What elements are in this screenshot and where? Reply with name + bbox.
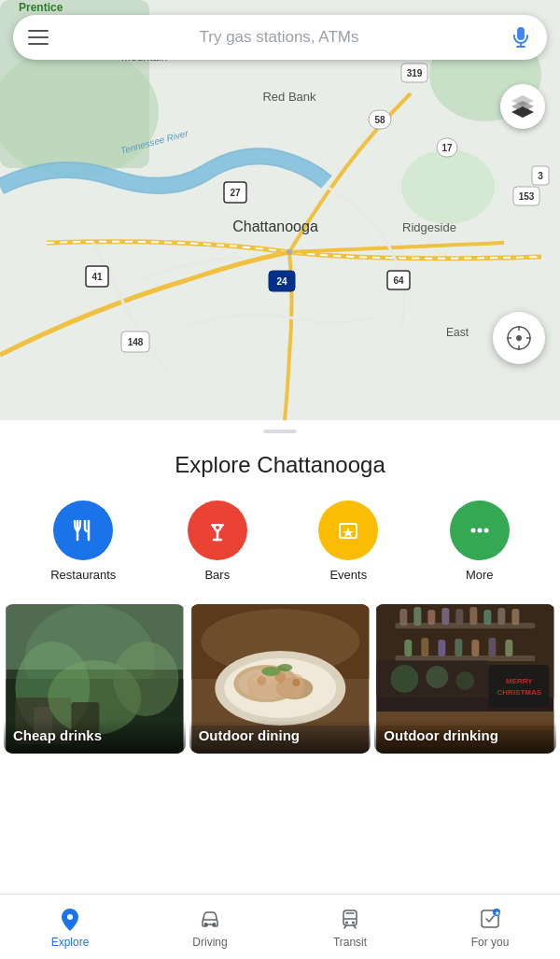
svg-point-108 <box>67 914 73 920</box>
mic-icon[interactable] <box>510 26 532 49</box>
svg-rect-93 <box>422 638 429 656</box>
card-outdoor-dining-label: Outdoor dining <box>199 727 300 743</box>
events-label: Events <box>329 568 367 582</box>
svg-point-114 <box>345 921 348 924</box>
category-more[interactable]: More <box>450 501 510 582</box>
svg-rect-86 <box>442 608 450 625</box>
svg-rect-94 <box>439 640 446 656</box>
foryou-nav-icon: ★ <box>477 906 503 932</box>
svg-rect-89 <box>484 610 492 625</box>
svg-text:?: ? <box>517 335 522 344</box>
svg-point-75 <box>292 679 300 686</box>
svg-rect-91 <box>512 609 520 625</box>
nav-driving[interactable]: Driving <box>140 906 280 949</box>
svg-text:MERRY: MERRY <box>506 677 533 685</box>
svg-text:153: 153 <box>519 191 535 202</box>
svg-point-3 <box>401 149 495 224</box>
svg-text:58: 58 <box>374 115 385 125</box>
more-icon <box>450 501 510 560</box>
hamburger-icon[interactable] <box>28 30 49 45</box>
driving-nav-label: Driving <box>192 936 227 949</box>
bottom-navigation: Explore Driving Tr <box>0 894 560 959</box>
categories-row: Restaurants Bars Events <box>0 501 560 604</box>
svg-point-6 <box>287 249 292 255</box>
foryou-nav-label: For you <box>471 936 510 949</box>
transit-nav-label: Transit <box>333 936 367 949</box>
svg-point-52 <box>477 529 482 533</box>
svg-text:64: 64 <box>393 275 404 286</box>
svg-rect-92 <box>405 640 413 656</box>
transit-nav-icon <box>337 906 363 932</box>
svg-point-109 <box>204 923 208 926</box>
map-container[interactable]: Tennessee River 319 58 17 153 <box>0 0 560 420</box>
svg-rect-84 <box>414 607 422 626</box>
nav-transit[interactable]: Transit <box>280 906 420 949</box>
svg-rect-87 <box>456 609 464 625</box>
svg-rect-97 <box>489 638 497 656</box>
svg-text:3: 3 <box>538 171 543 181</box>
svg-text:Chattanooga: Chattanooga <box>232 219 318 234</box>
svg-text:319: 319 <box>407 68 423 78</box>
svg-point-76 <box>261 667 280 676</box>
svg-text:East: East <box>446 326 469 339</box>
card-outdoor-dining-overlay: Outdoor dining <box>189 720 371 754</box>
search-placeholder: Try gas stations, ATMs <box>49 28 510 47</box>
svg-point-107 <box>456 671 475 690</box>
svg-point-51 <box>470 529 475 533</box>
card-cheap-drinks-overlay: Cheap drinks <box>4 720 186 754</box>
card-cheap-drinks-label: Cheap drinks <box>13 727 102 743</box>
events-icon <box>318 501 378 560</box>
svg-text:Prentice: Prentice <box>19 1 63 14</box>
bottom-panel: Explore Chattanooga Restaurants <box>0 430 560 828</box>
svg-rect-99 <box>489 665 550 707</box>
cards-row: Cheap drinks <box>0 604 560 754</box>
explore-nav-label: Explore <box>51 936 90 949</box>
svg-rect-96 <box>472 640 480 656</box>
svg-text:41: 41 <box>91 272 103 282</box>
svg-rect-90 <box>498 608 506 625</box>
svg-point-105 <box>391 665 419 693</box>
location-button[interactable]: ? <box>493 312 545 364</box>
svg-point-73 <box>257 676 266 685</box>
map-layer-button[interactable] <box>500 84 545 129</box>
restaurants-icon <box>53 501 113 560</box>
driving-nav-icon <box>197 906 223 932</box>
svg-text:148: 148 <box>128 337 144 347</box>
category-events[interactable]: Events <box>318 501 378 582</box>
svg-text:27: 27 <box>230 188 241 198</box>
nav-explore[interactable]: Explore <box>0 906 140 949</box>
card-cheap-drinks[interactable]: Cheap drinks <box>4 604 186 754</box>
svg-point-110 <box>213 923 217 926</box>
search-bar[interactable]: Try gas stations, ATMs <box>13 15 547 60</box>
card-outdoor-drinking-overlay: Outdoor drinking <box>374 720 556 754</box>
restaurants-label: Restaurants <box>50 568 116 582</box>
nav-foryou[interactable]: ★ For you <box>420 906 560 949</box>
explore-title: Explore Chattanooga <box>0 433 560 501</box>
svg-text:Red Bank: Red Bank <box>262 90 316 104</box>
svg-point-49 <box>215 525 220 530</box>
card-outdoor-drinking[interactable]: MERRY CHRISTMAS Outdoor drinking <box>374 604 556 754</box>
svg-point-77 <box>277 664 292 671</box>
card-outdoor-dining[interactable]: Outdoor dining <box>189 604 371 754</box>
bars-label: Bars <box>204 568 230 582</box>
svg-text:17: 17 <box>441 143 453 153</box>
svg-text:CHRISTMAS: CHRISTMAS <box>497 688 542 697</box>
svg-point-53 <box>483 529 488 533</box>
svg-rect-98 <box>506 640 513 656</box>
svg-rect-85 <box>428 610 436 625</box>
svg-point-115 <box>352 921 355 924</box>
bars-icon <box>188 501 247 560</box>
svg-rect-63 <box>6 604 183 670</box>
svg-text:Ridgeside: Ridgeside <box>402 220 456 234</box>
svg-text:24: 24 <box>276 276 287 287</box>
more-label: More <box>466 568 494 582</box>
explore-nav-icon <box>57 906 83 932</box>
svg-marker-37 <box>511 106 534 118</box>
svg-rect-88 <box>470 607 478 625</box>
svg-rect-95 <box>455 639 463 656</box>
category-bars[interactable]: Bars <box>188 501 247 582</box>
svg-rect-83 <box>400 609 408 626</box>
svg-point-106 <box>427 666 449 688</box>
category-restaurants[interactable]: Restaurants <box>50 501 116 582</box>
card-outdoor-drinking-label: Outdoor drinking <box>384 727 497 743</box>
